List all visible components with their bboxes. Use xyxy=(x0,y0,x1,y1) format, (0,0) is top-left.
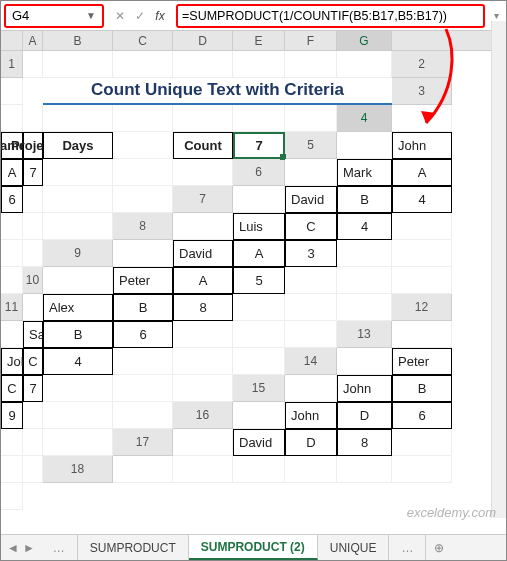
vertical-scrollbar[interactable] xyxy=(491,21,506,518)
tab-sumproduct-2[interactable]: SUMPRODUCT (2) xyxy=(189,535,318,560)
table-cell-days[interactable]: 9 xyxy=(1,402,23,429)
tab-overflow-right[interactable]: … xyxy=(389,535,426,560)
table-cell-name[interactable]: Sara xyxy=(23,321,43,348)
table-cell-project[interactable]: A xyxy=(392,159,452,186)
cell[interactable] xyxy=(285,159,337,186)
row-header[interactable]: 5 xyxy=(285,132,337,159)
cell[interactable] xyxy=(285,375,337,402)
cell[interactable] xyxy=(337,348,392,375)
table-cell-days[interactable]: 5 xyxy=(233,267,285,294)
cell[interactable] xyxy=(285,294,337,321)
cell[interactable] xyxy=(43,375,113,402)
table-cell-project[interactable]: A xyxy=(233,240,285,267)
table-cell-name[interactable]: Peter xyxy=(392,348,452,375)
table-cell-project[interactable]: C xyxy=(23,348,43,375)
table-cell-name[interactable]: David xyxy=(285,186,337,213)
col-header-d[interactable]: D xyxy=(173,31,233,50)
cell[interactable] xyxy=(43,429,113,456)
cell[interactable] xyxy=(337,456,392,483)
tab-overflow-left[interactable]: … xyxy=(41,535,78,560)
cell[interactable] xyxy=(23,294,43,321)
cell[interactable] xyxy=(233,348,285,375)
cell[interactable] xyxy=(337,294,392,321)
table-cell-name[interactable]: Alex xyxy=(43,294,113,321)
cell[interactable] xyxy=(392,456,452,483)
cell[interactable] xyxy=(113,51,173,78)
table-header-project[interactable]: Project xyxy=(23,132,43,159)
cell[interactable] xyxy=(233,51,285,78)
tab-next-icon[interactable]: ► xyxy=(23,541,35,555)
table-cell-project[interactable]: B xyxy=(337,186,392,213)
cell[interactable] xyxy=(1,483,23,510)
cell[interactable] xyxy=(113,375,173,402)
table-cell-days[interactable]: 6 xyxy=(113,321,173,348)
table-cell-project[interactable]: C xyxy=(285,213,337,240)
cell[interactable] xyxy=(43,213,113,240)
table-cell-name[interactable]: John xyxy=(337,375,392,402)
table-cell-name[interactable]: Mark xyxy=(337,159,392,186)
row-header[interactable]: 18 xyxy=(43,456,113,483)
cell[interactable] xyxy=(23,429,43,456)
table-cell-project[interactable]: B xyxy=(43,321,113,348)
cell[interactable] xyxy=(233,402,285,429)
cell[interactable] xyxy=(23,402,43,429)
table-cell-days[interactable]: 3 xyxy=(285,240,337,267)
cell[interactable] xyxy=(337,267,392,294)
table-cell-project[interactable]: B xyxy=(113,294,173,321)
cell[interactable] xyxy=(392,267,452,294)
row-header[interactable]: 17 xyxy=(113,429,173,456)
cell[interactable] xyxy=(113,132,173,159)
table-cell-days[interactable]: 8 xyxy=(173,294,233,321)
cell[interactable] xyxy=(337,51,392,78)
cell[interactable] xyxy=(43,51,113,78)
cell[interactable] xyxy=(23,186,43,213)
cell[interactable] xyxy=(337,132,392,159)
row-header[interactable]: 2 xyxy=(392,51,452,78)
col-header-f[interactable]: F xyxy=(285,31,337,50)
table-cell-project[interactable]: D xyxy=(285,429,337,456)
accept-formula-icon[interactable]: ✓ xyxy=(130,5,150,27)
table-cell-name[interactable]: David xyxy=(173,240,233,267)
cell[interactable] xyxy=(392,429,452,456)
cell[interactable] xyxy=(113,402,173,429)
formula-input[interactable]: =SUMPRODUCT(1/COUNTIF(B5:B17,B5:B17)) xyxy=(176,4,485,28)
cell[interactable] xyxy=(1,456,23,483)
table-cell-days[interactable]: 7 xyxy=(23,159,43,186)
row-header[interactable]: 9 xyxy=(43,240,113,267)
cell[interactable] xyxy=(23,105,43,132)
col-header-a[interactable]: A xyxy=(23,31,43,50)
cancel-formula-icon[interactable]: ✕ xyxy=(110,5,130,27)
cell[interactable] xyxy=(173,159,233,186)
table-cell-project[interactable]: A xyxy=(1,159,23,186)
cell[interactable] xyxy=(337,240,392,267)
table-cell-name[interactable]: Luis xyxy=(233,213,285,240)
table-cell-name[interactable]: David xyxy=(233,429,285,456)
table-cell-project[interactable]: D xyxy=(337,402,392,429)
cell[interactable] xyxy=(173,429,233,456)
cell[interactable] xyxy=(285,267,337,294)
row-header[interactable]: 4 xyxy=(337,105,392,132)
table-cell-project[interactable]: A xyxy=(173,267,233,294)
cell[interactable] xyxy=(43,402,113,429)
cell[interactable] xyxy=(173,105,233,132)
cell[interactable] xyxy=(392,240,452,267)
select-all-corner[interactable] xyxy=(1,31,23,50)
table-cell-name[interactable]: Peter xyxy=(113,267,173,294)
cell[interactable] xyxy=(43,186,113,213)
cell[interactable] xyxy=(23,51,43,78)
cell[interactable] xyxy=(233,456,285,483)
tab-nav-arrows[interactable]: ◄ ► xyxy=(1,535,41,560)
cell[interactable] xyxy=(23,456,43,483)
cell[interactable] xyxy=(113,240,173,267)
count-label[interactable]: Count xyxy=(173,132,233,159)
cell[interactable] xyxy=(113,348,173,375)
cell[interactable] xyxy=(1,321,23,348)
table-cell-name[interactable]: John xyxy=(285,402,337,429)
cell[interactable] xyxy=(285,321,337,348)
cell[interactable] xyxy=(113,159,173,186)
table-cell-days[interactable]: 4 xyxy=(337,213,392,240)
table-cell-project[interactable]: C xyxy=(1,375,23,402)
row-header[interactable]: 8 xyxy=(113,213,173,240)
row-header[interactable]: 13 xyxy=(337,321,392,348)
cell[interactable] xyxy=(173,375,233,402)
